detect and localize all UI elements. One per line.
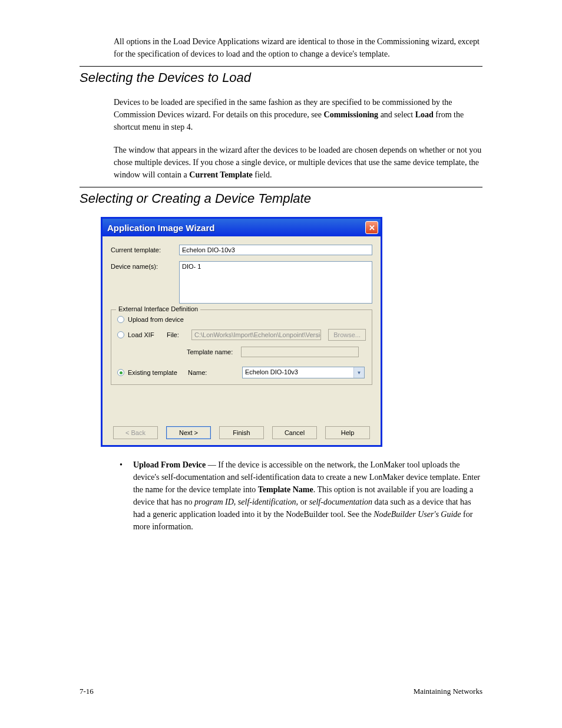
heading-selecting-template: Selecting or Creating a Device Template xyxy=(80,191,482,206)
bullet-d: program ID, self-identification, xyxy=(194,498,300,506)
dialog-titlebar[interactable]: Application Image Wizard ✕ xyxy=(103,219,381,236)
radio-upload-from-device[interactable] xyxy=(117,316,124,323)
select-value: Echelon DIO-10v3 xyxy=(243,367,353,378)
current-template-label: Current template: xyxy=(111,245,174,253)
dialog-body: Current template: Device name(s): Extern… xyxy=(103,236,381,445)
device-names-textarea[interactable] xyxy=(179,261,372,304)
template-name-input xyxy=(241,347,359,357)
file-label: File: xyxy=(167,331,188,338)
close-icon: ✕ xyxy=(369,223,375,232)
sec1-p1-load: Load xyxy=(415,110,434,119)
back-button[interactable]: < Back xyxy=(113,426,158,439)
existing-template-select[interactable]: Echelon DIO-10v3 ▼ xyxy=(242,367,365,378)
intro-paragraph: All options in the Load Device Applicati… xyxy=(114,35,482,60)
fieldset-legend: External Interface Definition xyxy=(116,305,200,312)
bullet-text: Upload From Device — If the device is ac… xyxy=(133,459,482,533)
browse-button[interactable]: Browse... xyxy=(328,329,366,341)
heading-selecting-devices: Selecting the Devices to Load xyxy=(80,70,482,85)
rule-2 xyxy=(80,187,482,187)
radio-load-xif[interactable] xyxy=(117,331,124,338)
external-interface-fieldset: External Interface Definition Upload fro… xyxy=(111,309,372,385)
current-template-input[interactable] xyxy=(179,245,372,255)
radio-existing-label: Existing template xyxy=(128,369,184,376)
sec1-p2-c: field. xyxy=(253,170,272,179)
sec1-p1-mid: and select xyxy=(378,110,415,119)
chevron-down-icon: ▼ xyxy=(353,367,364,378)
help-button[interactable]: Help xyxy=(325,426,370,439)
sec1-p2-a: The window that appears in the wizard af… xyxy=(114,146,481,179)
finish-button[interactable]: Finish xyxy=(219,426,264,439)
template-name-label: Template name: xyxy=(187,348,237,355)
cancel-button[interactable]: Cancel xyxy=(272,426,317,439)
next-button[interactable]: Next > xyxy=(166,426,211,439)
bullet-f: self-documentation xyxy=(307,498,372,506)
sec1-p1: Devices to be loaded are specified in th… xyxy=(114,96,482,133)
sec1-p1-commissioning: Commissioning xyxy=(324,110,379,119)
bullet-template-name: Template Name xyxy=(258,485,313,494)
footer-section-title: Maintaining Networks xyxy=(414,687,482,696)
bullet-e: or xyxy=(300,498,308,506)
bullet-lead: Upload From Device xyxy=(133,460,206,469)
bullet-icon: • xyxy=(120,459,123,533)
dialog-title: Application Image Wizard xyxy=(107,223,214,233)
application-image-wizard-dialog: Application Image Wizard ✕ Current templ… xyxy=(101,217,382,447)
bullet-h: NodeBuilder User's Guide xyxy=(373,510,461,519)
radio-upload-label: Upload from device xyxy=(128,316,184,323)
rule-1 xyxy=(80,66,482,67)
close-button[interactable]: ✕ xyxy=(365,221,378,234)
footer-page-number: 7-16 xyxy=(80,687,94,696)
file-path-input: C:\LonWorks\Import\Echelon\Lonpoint\Vers… xyxy=(191,330,321,340)
bullet-upload-from-device: • Upload From Device — If the device is … xyxy=(120,459,482,533)
radio-existing-template[interactable] xyxy=(117,369,124,376)
dialog-button-row: < Back Next > Finish Cancel Help xyxy=(111,426,372,439)
name-label: Name: xyxy=(188,369,239,376)
device-names-label: Device name(s): xyxy=(111,261,174,270)
radio-loadxif-label: Load XIF xyxy=(128,331,163,338)
sec1-p2: The window that appears in the wizard af… xyxy=(114,144,482,181)
sec1-p2-current-template: Current Template xyxy=(189,170,252,179)
